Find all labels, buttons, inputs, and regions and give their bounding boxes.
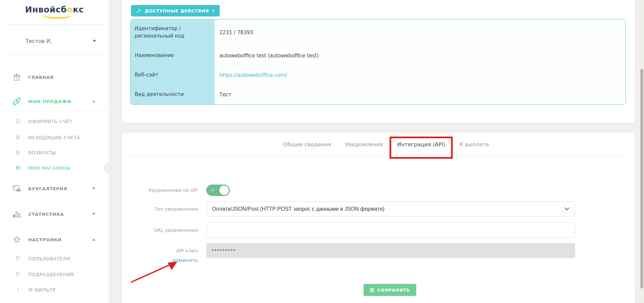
sidebar-item-settings[interactable]: НАСТРОЙКИ: [0, 232, 109, 247]
sidebar-item-accounting[interactable]: БУХГАЛТЕРИЯ: [0, 181, 109, 196]
chart-icon: [11, 209, 22, 219]
scrollbar-track: [640, 0, 644, 303]
row-label: Наименование: [131, 46, 215, 65]
sidebar: Инвойсбокс Тестов И. ГЛАВНАЯ МОИ ПРОДАЖИ: [0, 0, 109, 303]
tab-bar: Общие сведения Уведомления Интеграция (A…: [130, 133, 627, 156]
save-label: СОХРАНИТЬ: [377, 288, 410, 293]
chevron-up-icon: [92, 100, 95, 102]
sidebar-item-label: ИСХОДЯЩИЕ СЧЕТА: [28, 135, 80, 140]
row-label: Идентификатор / региональный код: [131, 19, 215, 46]
available-actions-button[interactable]: ДОСТУПНЫЕ ДЕЙСТВИЯ: [131, 5, 220, 16]
website-link[interactable]: https://autoweboffice.com/: [219, 72, 287, 78]
sidebar-item-label: IP ФИЛЬТР: [28, 287, 55, 293]
chevron-down-icon: [93, 40, 96, 42]
notification-type-label: Тип уведомления: [122, 206, 198, 212]
sidebar-item-main[interactable]: ГЛАВНАЯ: [0, 70, 109, 85]
available-actions-label: ДОСТУПНЫЕ ДЕЙСТВИЯ: [145, 8, 209, 13]
chevron-up-icon: [92, 239, 95, 241]
magic-wand-icon: [136, 8, 142, 14]
toggle-knob: [219, 186, 229, 195]
row-value: https://autoweboffice.com/: [215, 65, 626, 85]
item-bullet: О: [14, 118, 22, 124]
logo-smile-arc: [43, 12, 72, 19]
table-row: Наименование autoweboffice test (autoweb…: [131, 46, 626, 65]
active-tab-notch: [418, 151, 425, 158]
ledger-icon: [11, 183, 22, 194]
item-bullet: В: [14, 150, 22, 156]
api-key-label: API ключ: [122, 248, 198, 253]
selected-option: Оплата/JSON/Post (HTTP POST запрос с дан…: [212, 206, 384, 212]
logo-text-end: кс: [73, 5, 84, 14]
shop-settings-card: Общие сведения Уведомления Интеграция (A…: [122, 133, 635, 303]
sidebar-item-label: НАСТРОЙКИ: [28, 237, 62, 242]
chevron-down-icon: [564, 206, 569, 210]
rocket-icon: [11, 96, 22, 107]
tab-label: Интеграция (API): [397, 141, 445, 148]
api-toggle-label: Уведомления по API: [122, 188, 198, 193]
table-row: Идентификатор / региональный код 2231 / …: [131, 19, 626, 46]
user-menu[interactable]: Тестов И.: [0, 35, 109, 47]
check-icon: ✓: [211, 187, 215, 193]
sidebar-item-refunds[interactable]: В ВОЗВРАТЫ: [0, 146, 109, 159]
tab-general[interactable]: Общие сведения: [283, 141, 331, 148]
sidebar-item-label: МОИ МАГАЗИНЫ: [28, 165, 71, 171]
sidebar-item-create-invoice[interactable]: О ОФОРМИТЬ СЧЁТ: [0, 115, 109, 128]
bank-icon: [11, 72, 22, 83]
change-api-key-link[interactable]: изменить: [122, 257, 198, 263]
save-icon: [370, 288, 375, 293]
sidebar-item-users[interactable]: П ПОЛЬЗОВАТЕЛИ: [0, 252, 109, 265]
sidebar-item-label: ВОЗВРАТЫ: [28, 150, 56, 155]
table-row: Веб-сайт https://autoweboffice.com/: [131, 65, 626, 85]
item-bullet: П: [14, 271, 22, 277]
notification-type-select[interactable]: Оплата/JSON/Post (HTTP POST запрос с дан…: [206, 201, 575, 216]
shop-info-table: Идентификатор / региональный код 2231 / …: [130, 19, 626, 105]
sidebar-item-label: МОИ ПРОДАЖИ: [28, 99, 71, 104]
api-key-input[interactable]: [206, 243, 575, 258]
table-row: Вид деятельности Тест: [131, 85, 626, 104]
row-label: Веб-сайт: [131, 65, 215, 85]
divider: [5, 54, 104, 55]
active-item-notch: [102, 161, 109, 175]
divider: [0, 111, 109, 112]
sidebar-item-label: ОФОРМИТЬ СЧЁТ: [28, 119, 72, 124]
user-name: Тестов И.: [26, 38, 93, 44]
sidebar-item-my-sales[interactable]: МОИ ПРОДАЖИ: [0, 94, 109, 109]
sidebar-item-label: ПОЛЬЗОВАТЕЛИ: [28, 256, 70, 261]
chevron-down-icon: [92, 188, 95, 190]
sidebar-item-ip-filter[interactable]: I IP ФИЛЬТР: [0, 283, 109, 297]
chevron-down-icon: [92, 213, 95, 215]
tab-integration-api[interactable]: Интеграция (API): [397, 141, 445, 148]
row-value: 2231 / 78393: [215, 19, 626, 46]
tab-notifications[interactable]: Уведомления: [345, 141, 383, 148]
row-value: Тест: [215, 85, 626, 104]
sidebar-item-label: СТАТИСТИКА: [28, 212, 64, 217]
app-logo: Инвойсбокс: [0, 5, 109, 14]
api-notifications-toggle[interactable]: ✓: [206, 185, 230, 196]
gear-icon: [11, 234, 22, 245]
sidebar-item-my-shops[interactable]: М МОИ МАГАЗИНЫ: [0, 161, 109, 175]
sidebar-item-label: ПОДРАЗДЕЛЕНИЯ: [28, 272, 74, 277]
item-bullet: П: [14, 256, 22, 262]
save-button[interactable]: СОХРАНИТЬ: [363, 284, 416, 296]
chevron-down-icon: [212, 10, 215, 12]
tab-payout[interactable]: К выплате: [460, 141, 489, 148]
sidebar-item-label: ГЛАВНАЯ: [28, 75, 54, 80]
sidebar-item-outgoing-invoices[interactable]: И ИСХОДЯЩИЕ СЧЕТА: [0, 131, 109, 144]
divider: [5, 24, 104, 24]
scrollbar-thumb[interactable]: [640, 69, 643, 289]
notification-url-input[interactable]: [206, 222, 575, 238]
sidebar-item-label: БУХГАЛТЕРИЯ: [28, 186, 67, 191]
shop-info-card: ДОСТУПНЫЕ ДЕЙСТВИЯ Идентификатор / регио…: [122, 0, 635, 123]
row-label: Вид деятельности: [131, 85, 215, 104]
item-bullet: М: [14, 165, 22, 171]
sidebar-item-departments[interactable]: П ПОДРАЗДЕЛЕНИЯ: [0, 268, 109, 281]
item-bullet: I: [14, 287, 22, 293]
sidebar-item-statistics[interactable]: СТАТИСТИКА: [0, 207, 109, 221]
row-value: autoweboffice test (autoweboffice test): [215, 46, 626, 65]
item-bullet: И: [14, 135, 22, 141]
notification-url-label: URL уведомления: [122, 228, 198, 233]
